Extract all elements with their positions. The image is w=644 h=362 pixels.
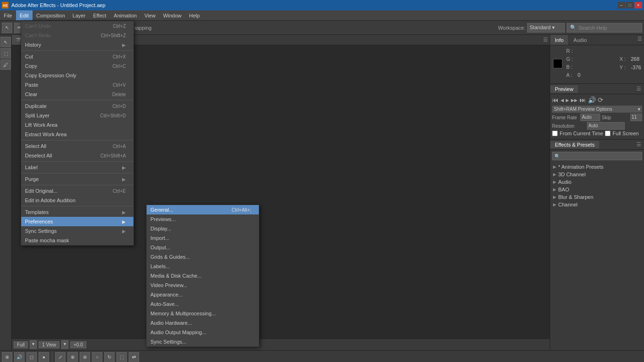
preview-loop[interactable]: ⟳ bbox=[598, 96, 603, 104]
pref-item-previews-[interactable]: Previews... bbox=[147, 214, 259, 224]
pref-item-media-disk-cache-[interactable]: Media & Disk Cache... bbox=[147, 271, 259, 280]
tl-tool-8[interactable]: ○ bbox=[92, 352, 102, 362]
edit-menu-item-deselect-all[interactable]: Deselect AllCtrl+Shift+A bbox=[21, 151, 133, 160]
edit-menu-item-copy-expression-only[interactable]: Copy Expression Only bbox=[21, 71, 133, 80]
preview-framerate-val[interactable]: Auto bbox=[580, 114, 600, 121]
menu-effect[interactable]: Effect bbox=[89, 10, 110, 20]
tl-tool-6[interactable]: ⊕ bbox=[67, 352, 78, 362]
effects-tree-item[interactable]: ▶Channel bbox=[551, 201, 643, 208]
tab-info[interactable]: Info bbox=[550, 35, 569, 45]
effects-tree-item[interactable]: ▶* Animation Presets bbox=[551, 163, 643, 171]
tab-effects[interactable]: Effects & Presets bbox=[550, 141, 599, 148]
tl-tool-4[interactable]: ● bbox=[39, 352, 49, 362]
pref-item-auto-save-[interactable]: Auto-Save... bbox=[147, 299, 259, 309]
edit-menu-item-edit-in-adobe-audition[interactable]: Edit in Adobe Audition bbox=[21, 196, 133, 205]
preview-audio[interactable]: 🔊 bbox=[588, 96, 596, 104]
edit-menu-item-extract-work-area[interactable]: Extract Work Area bbox=[21, 130, 133, 139]
tab-audio[interactable]: Audio bbox=[569, 35, 592, 45]
preview-panel-menu[interactable]: ☰ bbox=[634, 85, 644, 93]
left-tool-3[interactable]: 🖊 bbox=[0, 59, 11, 70]
pref-item-sync-settings-[interactable]: Sync Settings... bbox=[147, 337, 259, 346]
pref-item-memory-multiprocessing-[interactable]: Memory & Multiprocessing... bbox=[147, 309, 259, 318]
effects-tree-item[interactable]: ▶3D Channel bbox=[551, 171, 643, 178]
maximize-button[interactable]: □ bbox=[626, 2, 634, 8]
tl-tool-11[interactable]: ⇄ bbox=[129, 352, 139, 362]
edit-menu-item-select-all[interactable]: Select AllCtrl+A bbox=[21, 141, 133, 151]
tl-tool-5[interactable]: ⤢ bbox=[55, 352, 66, 362]
pref-item-output-[interactable]: Output... bbox=[147, 243, 259, 252]
preview-skip-val[interactable]: 11 bbox=[630, 114, 642, 121]
menu-window[interactable]: Window bbox=[159, 10, 185, 20]
pref-item-general-[interactable]: General...Ctrl+Alt+; bbox=[147, 205, 259, 214]
viewer-1view-btn[interactable]: 1 View bbox=[39, 341, 59, 348]
menu-edit[interactable]: Edit bbox=[16, 10, 33, 20]
viewer-zoom-dropdown[interactable]: ▾ bbox=[30, 340, 37, 349]
edit-menu-item-paste-mocha-mask[interactable]: Paste mocha mask bbox=[21, 236, 133, 245]
preview-last-frame[interactable]: ⏭ bbox=[579, 96, 586, 104]
effects-tree-item[interactable]: ▶Blur & Sharpen bbox=[551, 193, 643, 201]
edit-menu-item-templates[interactable]: Templates▶ bbox=[21, 207, 133, 217]
workspace-dropdown[interactable]: Standard ▾ bbox=[527, 23, 565, 33]
tl-tool-3[interactable]: ◻ bbox=[26, 352, 37, 362]
edit-menu-item-split-layer[interactable]: Split LayerCtrl+Shift+D bbox=[21, 111, 133, 120]
menu-separator bbox=[21, 161, 133, 162]
menu-animation[interactable]: Animation bbox=[110, 10, 140, 20]
tl-tool-10[interactable]: ⬚ bbox=[116, 352, 127, 362]
search-help-box[interactable]: 🔍 Search Help bbox=[567, 23, 642, 33]
pref-item-audio-output-mapping-[interactable]: Audio Output Mapping... bbox=[147, 328, 259, 337]
viewer-view-dropdown[interactable]: ▾ bbox=[61, 340, 68, 349]
info-r-row: R : bbox=[566, 48, 580, 54]
edit-menu-item-clear[interactable]: ClearDelete bbox=[21, 90, 133, 99]
edit-menu-item-history[interactable]: History▶ bbox=[21, 40, 133, 49]
edit-menu-item-edit-original-[interactable]: Edit Original...Ctrl+E bbox=[21, 186, 133, 196]
tl-tool-1[interactable]: ⊕ bbox=[2, 352, 12, 362]
preview-prev-frame[interactable]: ◂ bbox=[561, 96, 564, 104]
tl-tool-2[interactable]: 🔊 bbox=[14, 352, 25, 362]
effects-tree-item[interactable]: ▶Audio bbox=[551, 178, 643, 186]
preview-ram-options[interactable]: Shift+RAM Preview Options ▾ bbox=[552, 106, 642, 113]
menu-composition[interactable]: Composition bbox=[33, 10, 69, 20]
effects-tree-item[interactable]: ▶BAO bbox=[551, 186, 643, 193]
tl-tool-7[interactable]: ⊛ bbox=[80, 352, 90, 362]
tab-preview[interactable]: Preview bbox=[550, 85, 578, 93]
effects-panel-menu[interactable]: ☰ bbox=[634, 140, 644, 148]
effects-search-input[interactable] bbox=[552, 152, 642, 160]
pref-item-grids-guides-[interactable]: Grids & Guides... bbox=[147, 252, 259, 262]
viewer-full-btn[interactable]: Full bbox=[14, 341, 28, 348]
edit-menu-item-lift-work-area[interactable]: Lift Work Area bbox=[21, 120, 133, 130]
preview-from-current-check[interactable] bbox=[552, 131, 558, 136]
minimize-button[interactable]: ─ bbox=[618, 2, 625, 8]
close-button[interactable]: ✕ bbox=[635, 2, 642, 8]
menu-view[interactable]: View bbox=[140, 10, 159, 20]
viewer-plus-btn[interactable]: +0.0 bbox=[70, 341, 86, 348]
edit-menu-item-label[interactable]: Label▶ bbox=[21, 163, 133, 172]
edit-menu-item-duplicate[interactable]: DuplicateCtrl+D bbox=[21, 101, 133, 111]
pref-item-labels-[interactable]: Labels... bbox=[147, 262, 259, 271]
left-tool-2[interactable]: ⬚ bbox=[0, 48, 11, 58]
edit-menu-item-paste[interactable]: PasteCtrl+V bbox=[21, 80, 133, 90]
menu-layer[interactable]: Layer bbox=[69, 10, 90, 20]
preview-play[interactable]: ▸ bbox=[566, 96, 569, 104]
left-tool-1[interactable]: ↖ bbox=[0, 37, 11, 47]
comp-options-icon[interactable]: ☰ bbox=[543, 37, 548, 43]
edit-menu-item-cut[interactable]: CutCtrl+X bbox=[21, 52, 133, 61]
menu-file[interactable]: File bbox=[0, 10, 16, 20]
pref-item-display-[interactable]: Display... bbox=[147, 224, 259, 233]
tl-tool-9[interactable]: ↻ bbox=[104, 352, 115, 362]
tool-select[interactable]: ↖ bbox=[2, 23, 12, 33]
pref-item-appearance-[interactable]: Appearance... bbox=[147, 290, 259, 299]
pref-item-video-preview-[interactable]: Video Preview... bbox=[147, 280, 259, 290]
info-panel-menu[interactable]: ☰ bbox=[636, 35, 644, 45]
pref-item-import-[interactable]: Import... bbox=[147, 233, 259, 243]
edit-menu-item-copy[interactable]: CopyCtrl+C bbox=[21, 61, 133, 71]
preview-resolution-val[interactable]: Auto bbox=[587, 122, 625, 130]
pref-item-audio-hardware-[interactable]: Audio Hardware... bbox=[147, 318, 259, 328]
edit-menu-item-preferences[interactable]: Preferences▶ bbox=[21, 217, 133, 226]
preview-full-screen-check[interactable] bbox=[605, 131, 611, 136]
preview-first-frame[interactable]: ⏮ bbox=[552, 96, 559, 104]
menu-help[interactable]: Help bbox=[185, 10, 204, 20]
edit-menu-item-sync-settings[interactable]: Sync Settings▶ bbox=[21, 226, 133, 236]
preview-next-frame[interactable]: ▸▸ bbox=[571, 96, 578, 104]
effects-item-label: 3D Channel bbox=[558, 172, 586, 177]
edit-menu-item-purge[interactable]: Purge▶ bbox=[21, 174, 133, 184]
